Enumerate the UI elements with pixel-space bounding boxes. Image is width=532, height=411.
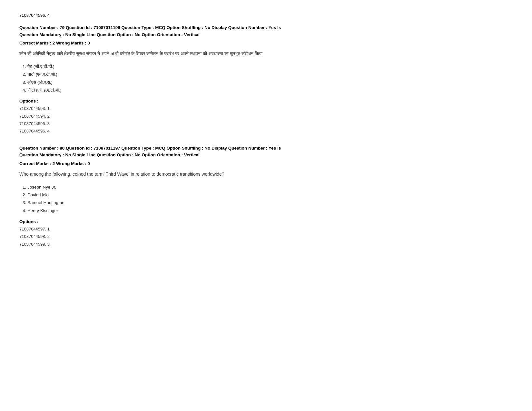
question-80-meta-line2: Question Mandatory : No Single Line Ques… (19, 152, 513, 159)
list-item: 71087044595. 3 (19, 120, 513, 127)
question-79-meta-line1: Question Number : 79 Question Id : 71087… (19, 24, 513, 31)
question-80-meta: Question Number : 80 Question Id : 71087… (19, 145, 513, 159)
list-item: 3. ओएस (ओ.ए.स.) (23, 79, 513, 86)
list-item: 2. नाटो (एन.ए.टी.ओ.) (23, 71, 513, 78)
list-item: 71087044599. 3 (19, 240, 513, 248)
question-79-block: Question Number : 79 Question Id : 71087… (19, 24, 513, 135)
list-item: 3. Samuel Huntington (23, 199, 513, 207)
question-79-marks: Correct Marks : 2 Wrong Marks : 0 (19, 41, 513, 45)
list-item: 4. सीटो (एस.इ.ए.टी.ओ.) (23, 86, 513, 94)
list-item: 71087044593. 1 (19, 105, 513, 112)
list-item: 4. Henry Kissinger (23, 207, 513, 215)
question-79-text: कौन सी अमेरिकी नेतृत्व वाले क्षेत्रीय सु… (19, 50, 513, 58)
list-item: 1. Joseph Nye Jr. (23, 183, 513, 191)
list-item: 1. गेट (जी.ए.टी.टी.) (23, 63, 513, 71)
question-79-meta: Question Number : 79 Question Id : 71087… (19, 24, 513, 38)
question-79-options-list: 1. गेट (जी.ए.टी.टी.) 2. नाटो (एन.ए.टी.ओ.… (19, 63, 513, 94)
question-80-marks: Correct Marks : 2 Wrong Marks : 0 (19, 161, 513, 166)
list-item: 71087044596. 4 (19, 127, 513, 135)
list-item: 71087044598. 2 (19, 233, 513, 240)
question-80-options-list: 1. Joseph Nye Jr. 2. David Held 3. Samue… (19, 183, 513, 215)
question-79-meta-line2: Question Mandatory : No Single Line Ques… (19, 31, 513, 38)
list-item: 71087044597. 1 (19, 225, 513, 233)
question-80-option-ids: 71087044597. 1 71087044598. 2 7108704459… (19, 225, 513, 248)
list-item: 2. David Held (23, 191, 513, 199)
question-80-text: Who among the following, coined the term… (19, 171, 513, 178)
question-79-options-label: Options : (19, 99, 513, 103)
question-80-meta-line1: Question Number : 80 Question Id : 71087… (19, 145, 513, 152)
question-80-options-label: Options : (19, 219, 513, 224)
top-id: 71087044596. 4 (19, 13, 513, 18)
question-80-block: Question Number : 80 Question Id : 71087… (19, 145, 513, 248)
list-item: 71087044594. 2 (19, 113, 513, 120)
question-79-option-ids: 71087044593. 1 71087044594. 2 7108704459… (19, 105, 513, 135)
